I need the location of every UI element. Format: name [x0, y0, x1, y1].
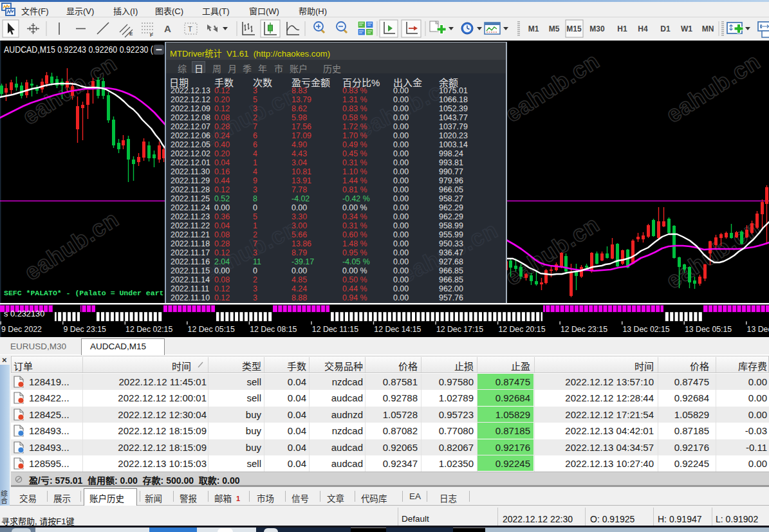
svg-text:H4: H4 [638, 24, 648, 33]
svg-text:9 Dec 2022: 9 Dec 2022 [1, 325, 42, 334]
svg-text:M5: M5 [549, 24, 560, 33]
svg-text:T: T [188, 25, 192, 33]
svg-text:s 0.232130: s 0.232130 [4, 309, 44, 318]
svg-text:SEFC *PALATO* - (Palato = Unde: SEFC *PALATO* - (Palato = Under eart [4, 289, 163, 297]
svg-text:D1: D1 [660, 24, 671, 33]
svg-text:E: E [129, 31, 133, 37]
svg-text:AUDCAD,M15 0.92243 0.92260 0.: AUDCAD,M15 0.92243 0.92260 0.92230 ( [4, 44, 153, 55]
svg-text:M1: M1 [528, 24, 539, 33]
svg-text:12 Dec 11:15: 12 Dec 11:15 [312, 325, 358, 334]
svg-text:12 Dec 14:15: 12 Dec 14:15 [374, 325, 421, 334]
svg-text:9 Dec 23:15: 9 Dec 23:15 [64, 325, 106, 334]
svg-text:A: A [164, 23, 171, 34]
svg-text:12 Dec 23:15: 12 Dec 23:15 [561, 325, 607, 334]
svg-text:M15: M15 [566, 24, 582, 33]
svg-text:13 Dec 02:15: 13 Dec 02:15 [623, 325, 670, 334]
svg-text:F: F [150, 32, 153, 38]
svg-text:12 Dec 17:15: 12 Dec 17:15 [436, 325, 483, 334]
svg-text:12 Dec 08:15: 12 Dec 08:15 [250, 325, 297, 334]
svg-text:W1: W1 [681, 24, 692, 33]
svg-text:13 Dec: 13 Dec [747, 325, 769, 334]
svg-text:12 Dec 05:15: 12 Dec 05:15 [188, 325, 235, 334]
svg-text:12 Dec 02:15: 12 Dec 02:15 [125, 325, 172, 334]
svg-text:13 Dec 05:15: 13 Dec 05:15 [685, 325, 732, 334]
svg-text:MN: MN [702, 24, 714, 33]
svg-text:12 Dec 20:15: 12 Dec 20:15 [498, 325, 545, 334]
svg-text:H1: H1 [617, 24, 627, 33]
svg-text:M30: M30 [589, 24, 605, 33]
